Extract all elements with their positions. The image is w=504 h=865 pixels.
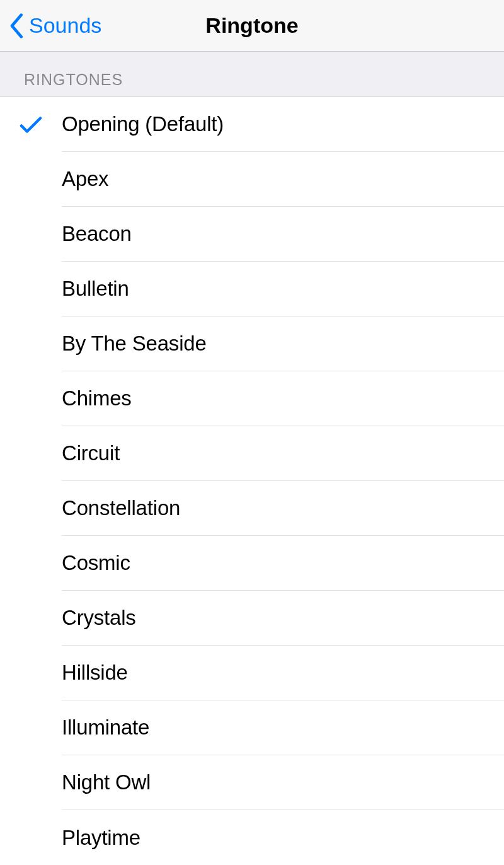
- list-item-label: Constellation: [62, 496, 180, 520]
- list-item[interactable]: Playtime: [0, 810, 504, 865]
- list-item-label: Opening (Default): [62, 112, 224, 136]
- list-item[interactable]: Hillside: [0, 646, 504, 700]
- section-header-label: RINGTONES: [24, 71, 123, 89]
- list-item-label: Crystals: [62, 606, 136, 630]
- list-item[interactable]: Cosmic: [0, 536, 504, 591]
- back-label: Sounds: [29, 13, 101, 38]
- list-item-label: Chimes: [62, 386, 132, 410]
- list-item-label: Bulletin: [62, 277, 129, 301]
- list-item[interactable]: Night Owl: [0, 755, 504, 810]
- list-item-label: Apex: [62, 167, 108, 191]
- list-item-label: Hillside: [62, 661, 128, 685]
- list-item[interactable]: Constellation: [0, 481, 504, 536]
- list-item-label: By The Seaside: [62, 332, 207, 356]
- list-item[interactable]: Bulletin: [0, 262, 504, 316]
- list-item[interactable]: Illuminate: [0, 700, 504, 755]
- list-item[interactable]: Opening (Default): [0, 97, 504, 152]
- list-item-label: Illuminate: [62, 716, 149, 740]
- list-item-label: Beacon: [62, 222, 132, 246]
- navigation-bar: Sounds Ringtone: [0, 0, 504, 52]
- list-item-label: Circuit: [62, 441, 120, 465]
- back-button[interactable]: Sounds: [9, 0, 101, 51]
- ringtone-list: Opening (Default) Apex Beacon Bulletin B…: [0, 97, 504, 865]
- section-header: RINGTONES: [0, 52, 504, 97]
- list-item[interactable]: Chimes: [0, 371, 504, 426]
- page-title: Ringtone: [205, 13, 298, 38]
- list-item[interactable]: Beacon: [0, 207, 504, 262]
- list-item-label: Playtime: [62, 826, 140, 850]
- list-item[interactable]: Circuit: [0, 426, 504, 481]
- list-item-label: Night Owl: [62, 770, 151, 794]
- list-item-label: Cosmic: [62, 551, 130, 575]
- list-item[interactable]: Apex: [0, 152, 504, 207]
- chevron-left-icon: [9, 13, 25, 38]
- checkmark-icon: [20, 115, 42, 135]
- list-item[interactable]: Crystals: [0, 591, 504, 646]
- list-item[interactable]: By The Seaside: [0, 316, 504, 371]
